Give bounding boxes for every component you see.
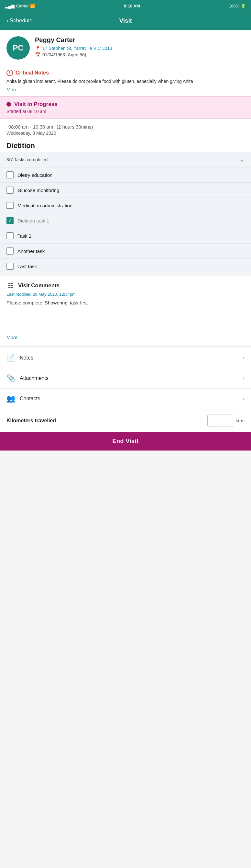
attachments-label: Attachments bbox=[20, 375, 48, 381]
visit-comments-title: ☷ Visit Comments bbox=[6, 281, 245, 290]
battery-label: 100% bbox=[229, 4, 239, 8]
status-time: 8:10 AM bbox=[124, 4, 140, 8]
task-item[interactable]: Last task bbox=[0, 258, 251, 274]
kilometers-section: Kilometers travelled kms bbox=[0, 409, 251, 432]
comment-icon: ☷ bbox=[6, 281, 15, 290]
visit-comments-modified: Last modified 20 May 2020, 12:34pm bbox=[6, 292, 245, 297]
task-item[interactable]: Dietry education bbox=[0, 167, 251, 182]
patient-dob: 📅 01/04/1963 (Aged 56) bbox=[35, 52, 245, 57]
notes-menu-item[interactable]: 📄 Notes › bbox=[0, 348, 251, 368]
km-label: Kilometers travelled bbox=[6, 418, 56, 424]
critical-notes-section: ! Critical Notes Anita is gluten intoler… bbox=[0, 65, 251, 96]
task-label-4: Dietition task 1 bbox=[17, 218, 49, 223]
status-left: ▂▄▆ Carrier 📶 bbox=[5, 4, 35, 8]
back-chevron-icon: ‹ bbox=[6, 18, 8, 24]
tasks-header[interactable]: 3/7 Tasks completed ⌄ bbox=[0, 152, 251, 167]
notes-icon: 📄 bbox=[6, 354, 15, 362]
task-item[interactable]: Dietition task 1 bbox=[0, 213, 251, 228]
task-checkbox-6[interactable] bbox=[6, 247, 13, 254]
contacts-menu-left: 👥 Contacts bbox=[6, 395, 40, 403]
signal-icon: ▂▄▆ bbox=[5, 4, 14, 8]
contacts-icon: 👥 bbox=[6, 395, 15, 403]
avatar: PC bbox=[6, 36, 30, 60]
dietition-title: Dietition bbox=[6, 142, 245, 150]
patient-section: PC Peggy Carter 📍 17 Stephen St, Yarravi… bbox=[0, 30, 251, 65]
notes-menu-left: 📄 Notes bbox=[6, 354, 33, 362]
status-bar: ▂▄▆ Carrier 📶 8:10 AM 100% 🔋 bbox=[0, 0, 251, 12]
notes-label: Notes bbox=[20, 355, 33, 361]
task-checkbox-5[interactable] bbox=[6, 232, 13, 239]
location-icon: 📍 bbox=[35, 46, 40, 51]
back-label: Schedule bbox=[10, 18, 33, 24]
attachments-icon: 📎 bbox=[6, 374, 15, 382]
menu-section: 📄 Notes › 📎 Attachments › 👥 Contacts › bbox=[0, 348, 251, 409]
dietition-section-header: Dietition bbox=[0, 137, 251, 152]
back-button[interactable]: ‹ Schedule bbox=[6, 18, 33, 24]
tasks-section: 3/7 Tasks completed ⌄ Dietry education G… bbox=[0, 152, 251, 274]
calendar-icon: 📅 bbox=[35, 52, 40, 57]
task-label-6: Another task bbox=[17, 248, 45, 254]
notes-chevron-icon: › bbox=[243, 354, 245, 361]
contacts-chevron-icon: › bbox=[243, 395, 245, 402]
task-checkbox-3[interactable] bbox=[6, 202, 13, 209]
visit-comments-text: Please complete 'Showering' task first bbox=[6, 299, 245, 307]
attachments-chevron-icon: › bbox=[243, 375, 245, 381]
status-right: 100% 🔋 bbox=[229, 4, 246, 8]
end-visit-button[interactable]: End Visit bbox=[0, 432, 251, 451]
visit-comments-more[interactable]: More bbox=[6, 335, 245, 340]
task-label-1: Dietry education bbox=[17, 172, 52, 178]
carrier-label: Carrier bbox=[16, 4, 29, 8]
visit-date: Wednesday, 3 May 2020 bbox=[6, 130, 245, 136]
visit-progress-section: Visit in Progress Started at 08:10 am bbox=[0, 96, 251, 119]
patient-name: Peggy Carter bbox=[35, 36, 245, 44]
task-checkbox-1[interactable] bbox=[6, 171, 13, 179]
header: ‹ Schedule Visit bbox=[0, 12, 251, 30]
attachments-menu-left: 📎 Attachments bbox=[6, 374, 48, 382]
km-unit: kms bbox=[236, 418, 245, 423]
visit-progress-title: Visit in Progress bbox=[6, 101, 245, 107]
tasks-count: 3/7 Tasks completed bbox=[6, 157, 47, 162]
tasks-chevron-icon: ⌄ bbox=[240, 156, 245, 163]
visit-started-time: Started at 08:10 am bbox=[6, 109, 245, 114]
battery-icon: 🔋 bbox=[241, 4, 246, 8]
task-item[interactable]: Task 2 bbox=[0, 228, 251, 243]
task-item[interactable]: Another task bbox=[0, 243, 251, 258]
task-item[interactable]: Glucose monitoring bbox=[0, 182, 251, 197]
task-checkbox-2[interactable] bbox=[6, 187, 13, 194]
task-label-3: Medication administration bbox=[17, 203, 72, 208]
patient-info: Peggy Carter 📍 17 Stephen St, Yarraville… bbox=[35, 36, 245, 57]
task-item[interactable]: Medication administration bbox=[0, 197, 251, 213]
visit-comments-section: ☷ Visit Comments Last modified 20 May 20… bbox=[0, 276, 251, 345]
critical-notes-text: Anita is gluten intolerant. Please do no… bbox=[6, 78, 245, 85]
km-input[interactable] bbox=[207, 414, 233, 427]
task-label-5: Task 2 bbox=[17, 233, 31, 239]
attachments-menu-item[interactable]: 📎 Attachments › bbox=[0, 368, 251, 389]
contacts-menu-item[interactable]: 👥 Contacts › bbox=[0, 389, 251, 409]
patient-address: 📍 17 Stephen St, Yarraville VIC 3013 bbox=[35, 46, 245, 51]
task-checkbox-7[interactable] bbox=[6, 263, 13, 270]
visit-time-range: 08:00 am - 10:30 am (2 hours 30mins) bbox=[6, 124, 245, 130]
wifi-icon: 📶 bbox=[30, 4, 35, 8]
exclamation-icon: ! bbox=[6, 70, 13, 76]
visit-time-section: 08:00 am - 10:30 am (2 hours 30mins) Wed… bbox=[0, 119, 251, 137]
critical-notes-title: ! Critical Notes bbox=[6, 70, 245, 76]
visit-progress-dot bbox=[6, 102, 11, 106]
task-checkbox-4[interactable] bbox=[6, 217, 13, 224]
header-title: Visit bbox=[33, 17, 219, 24]
task-label-7: Last task bbox=[17, 264, 37, 269]
contacts-label: Contacts bbox=[20, 396, 40, 402]
critical-notes-more[interactable]: More bbox=[6, 87, 245, 92]
task-label-2: Glucose monitoring bbox=[17, 188, 59, 193]
km-input-row: kms bbox=[207, 414, 245, 427]
